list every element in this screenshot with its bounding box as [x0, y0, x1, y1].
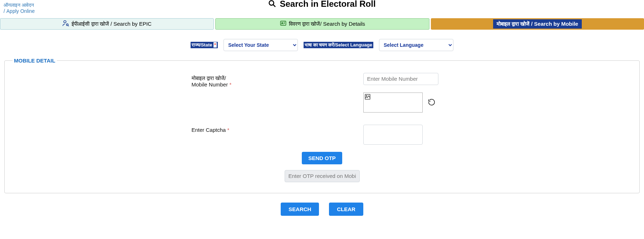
id-card-icon	[280, 20, 287, 28]
svg-point-6	[282, 23, 283, 24]
mobile-number-label: मोबाइल द्वारा खोजें/ Mobile Number *	[192, 73, 363, 88]
refresh-captcha-icon[interactable]	[428, 98, 436, 113]
apply-online-en: / Apply Online	[4, 8, 35, 14]
svg-line-4	[68, 25, 69, 26]
svg-point-2	[64, 21, 67, 23]
page-title-text: Search in Electoral Roll	[280, 0, 376, 9]
captcha-image	[363, 93, 423, 113]
send-otp-row: SEND OTP	[7, 152, 637, 164]
send-otp-button[interactable]: SEND OTP	[302, 152, 342, 164]
state-label: राज्य/State *	[191, 42, 218, 48]
required-asterisk: *	[227, 127, 230, 133]
page-title-wrap: Search in Electoral Roll	[0, 0, 644, 10]
language-label: भाषा का चयन करें/Select Language	[304, 42, 373, 48]
tabs: ईपीआईसी द्वारा खोजें / Search by EPIC वि…	[0, 18, 644, 30]
captcha-image-row	[192, 93, 453, 113]
required-asterisk: *	[229, 81, 231, 88]
tab-epic-label: ईपीआईसी द्वारा खोजें / Search by EPIC	[72, 21, 152, 27]
page-title: Search in Electoral Roll	[268, 0, 375, 9]
broken-image-icon	[364, 93, 372, 102]
captcha-input-row: Enter Captcha *	[192, 123, 453, 147]
clear-button[interactable]: CLEAR	[329, 203, 363, 216]
tab-mobile[interactable]: मोबाइल द्वारा खोजें / Search by Mobile	[431, 18, 644, 30]
captcha-input[interactable]	[363, 125, 423, 145]
otp-input	[285, 170, 360, 182]
apply-online-hi: ऑनलाइन आवेदन	[4, 2, 34, 8]
tab-details-label: विवरण द्वारा खोजें/ Search by Details	[289, 21, 365, 27]
svg-rect-5	[280, 21, 286, 25]
tab-mobile-label: मोबाइल द्वारा खोजें / Search by Mobile	[493, 19, 582, 29]
captcha-label: Enter Captcha *	[192, 125, 363, 133]
mobile-number-row: मोबाइल द्वारा खोजें/ Mobile Number *	[192, 71, 453, 90]
required-asterisk: *	[213, 42, 217, 48]
selectors-row: राज्य/State * Select Your State भाषा का …	[0, 39, 644, 51]
search-button[interactable]: SEARCH	[281, 203, 319, 216]
fieldset-legend: MOBILE DETAIL	[13, 58, 57, 64]
language-select[interactable]: Select Language	[379, 39, 453, 51]
bottom-buttons: SEARCH CLEAR	[0, 203, 644, 216]
tab-epic[interactable]: ईपीआईसी द्वारा खोजें / Search by EPIC	[0, 18, 214, 30]
person-search-icon	[62, 20, 69, 28]
state-select[interactable]: Select Your State	[223, 39, 298, 51]
search-icon	[268, 0, 278, 9]
svg-line-1	[273, 4, 275, 6]
otp-row	[7, 170, 637, 182]
tab-details[interactable]: विवरण द्वारा खोजें/ Search by Details	[215, 18, 429, 30]
mobile-detail-fieldset: MOBILE DETAIL मोबाइल द्वारा खोजें/ Mobil…	[4, 58, 640, 193]
svg-point-10	[366, 95, 367, 96]
mobile-number-input[interactable]	[363, 73, 438, 85]
svg-point-3	[67, 24, 68, 26]
